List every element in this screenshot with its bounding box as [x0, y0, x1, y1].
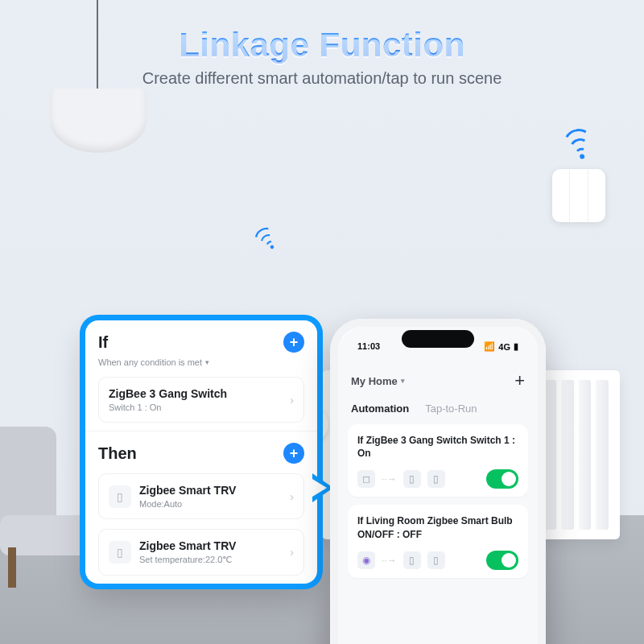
- phone-mockup: 11:03 📶 4G ▮ My Home ▾ + Automation Tap-…: [330, 319, 546, 644]
- action-sub: Set temperature:22.0℃: [139, 555, 282, 565]
- chevron-down-icon: ▾: [401, 377, 405, 385]
- automation-card[interactable]: If ZigBee 3 Gang Switch Switch 1 : On ◻ …: [348, 424, 528, 497]
- device-icon: ▯: [109, 485, 131, 508]
- lamp-cord: [97, 0, 98, 97]
- automation-toggle[interactable]: [486, 551, 518, 570]
- condition-row[interactable]: ZigBee 3 Gang Switch Switch 1 : On ›: [98, 377, 304, 423]
- flow-arrow-icon: ··→: [382, 555, 397, 566]
- action-title: Zigbee Smart TRV: [139, 539, 282, 552]
- phone-notch: [402, 330, 474, 348]
- home-selector[interactable]: My Home ▾: [351, 375, 405, 387]
- tabs: Automation Tap-to-Run: [338, 396, 538, 424]
- device-icon: ◉: [357, 551, 375, 569]
- automation-toggle[interactable]: [486, 469, 518, 489]
- chevron-right-icon: ›: [290, 490, 294, 503]
- wifi-icon: [560, 126, 598, 163]
- condition-title: ZigBee 3 Gang Switch: [109, 387, 282, 400]
- condition-mode[interactable]: When any condition is met ▾: [98, 357, 304, 367]
- automation-title: If Living Room Zigbee Smart Bulb ON/OFF …: [357, 514, 518, 540]
- tab-tap-to-run[interactable]: Tap-to-Run: [425, 402, 477, 415]
- wall-switch: [552, 169, 605, 222]
- scene-background: Linkage Function Create different smart …: [0, 0, 644, 644]
- phone-screen: 11:03 📶 4G ▮ My Home ▾ + Automation Tap-…: [338, 327, 538, 644]
- automation-card[interactable]: If Living Room Zigbee Smart Bulb ON/OFF …: [348, 505, 528, 577]
- action-row[interactable]: ▯ Zigbee Smart TRV Mode:Auto ›: [98, 473, 304, 519]
- device-icon: ▯: [427, 470, 445, 488]
- signal-icon: 📶: [484, 341, 495, 352]
- device-icon: ◻: [357, 470, 375, 488]
- action-row[interactable]: ▯ Zigbee Smart TRV Set temperature:22.0℃…: [98, 529, 304, 576]
- device-icon: ▯: [403, 551, 421, 569]
- device-icon: ▯: [427, 551, 445, 569]
- if-section: If + When any condition is met ▾ ZigBee …: [85, 320, 317, 431]
- if-label: If: [98, 333, 108, 352]
- then-label: Then: [98, 444, 137, 463]
- wifi-icon: [250, 223, 283, 255]
- add-automation-button[interactable]: +: [514, 370, 525, 391]
- automation-editor-popup: If + When any condition is met ▾ ZigBee …: [85, 320, 317, 584]
- tab-automation[interactable]: Automation: [351, 402, 409, 415]
- action-sub: Mode:Auto: [139, 499, 282, 509]
- battery-icon: ▮: [514, 341, 518, 352]
- action-title: Zigbee Smart TRV: [139, 484, 282, 497]
- chevron-down-icon: ▾: [205, 358, 209, 366]
- status-network: 4G: [498, 342, 510, 352]
- add-condition-button[interactable]: +: [283, 332, 304, 353]
- device-icon: ▯: [109, 541, 131, 564]
- chevron-right-icon: ›: [290, 394, 294, 407]
- chevron-right-icon: ›: [290, 546, 294, 559]
- automation-list: If ZigBee 3 Gang Switch Switch 1 : On ◻ …: [338, 424, 538, 578]
- flow-arrow-icon: ··→: [382, 473, 397, 485]
- condition-sub: Switch 1 : On: [109, 402, 282, 412]
- automation-title: If ZigBee 3 Gang Switch Switch 1 : On: [357, 434, 518, 460]
- lamp-shade: [50, 89, 147, 153]
- add-action-button[interactable]: +: [283, 443, 304, 464]
- device-icon: ▯: [403, 470, 421, 488]
- status-time: 11:03: [357, 341, 380, 352]
- then-section: Then + ▯ Zigbee Smart TRV Mode:Auto › ▯ …: [85, 431, 317, 584]
